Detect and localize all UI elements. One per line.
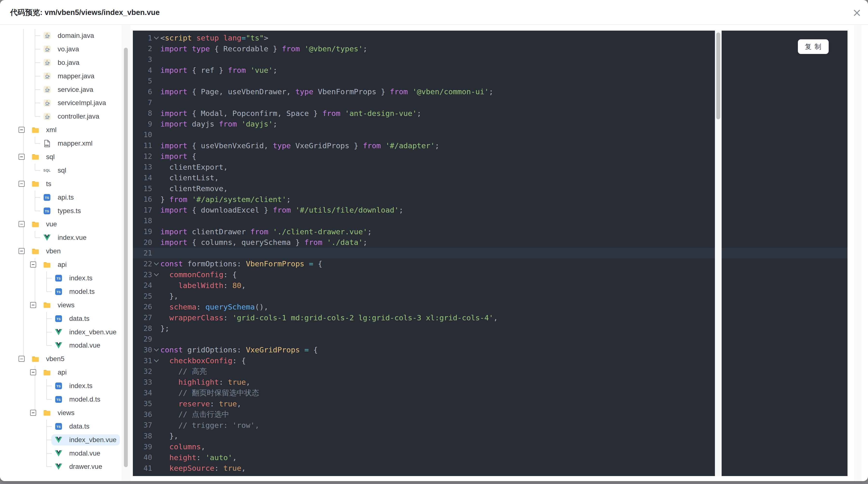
code-text: import dayjs from 'dayjs'; <box>160 120 277 128</box>
tree-item-model-d-ts[interactable]: TSmodel.d.ts <box>0 393 122 406</box>
tree-item-label: vben5 <box>46 352 64 366</box>
line-number: 11 <box>133 141 152 150</box>
line-number: 13 <box>133 163 152 171</box>
ts-file-icon: TS <box>55 288 62 295</box>
tree-item-vue[interactable]: vue <box>0 218 122 231</box>
tree-item-domain-java[interactable]: domain.java <box>0 29 122 42</box>
code-text: columns, <box>160 442 206 451</box>
tree-item-bo-java[interactable]: bo.java <box>0 56 122 69</box>
tree-item-xml[interactable]: xml <box>0 123 122 137</box>
modal-header: 代码预览: vm/vben5/views/index_vben.vue × <box>0 0 868 25</box>
tree-item-vben5[interactable]: vben5 <box>0 352 122 366</box>
tree-item-vben[interactable]: vben <box>0 245 122 258</box>
code-text: clientExport, <box>160 163 228 171</box>
line-number: 4 <box>133 66 152 74</box>
line-number: 17 <box>133 206 152 214</box>
tree-item-sql[interactable]: SQLsql <box>0 164 122 177</box>
line-number: 28 <box>133 324 152 333</box>
tree-connector-tick <box>46 332 52 332</box>
tree-item-views[interactable]: views <box>0 298 122 312</box>
line-number: 5 <box>133 77 152 85</box>
code-line-12: 12import { <box>133 151 847 162</box>
collapse-toggle-icon[interactable] <box>19 221 25 227</box>
line-number: 8 <box>133 109 152 118</box>
ts-file-icon: TS <box>55 315 62 323</box>
tree-item-index-ts[interactable]: TSindex.ts <box>0 271 122 285</box>
code-line-7: 7 <box>133 97 847 108</box>
code-text: // trigger: 'row', <box>160 421 259 429</box>
fold-chevron-icon[interactable] <box>152 37 160 39</box>
tree-indent-guide <box>35 393 35 406</box>
code-scrollbar-thumb[interactable] <box>716 33 720 119</box>
tree-item-ts[interactable]: ts <box>0 177 122 191</box>
code-line-14: 14 clientList, <box>133 172 847 183</box>
tree-item-serviceimpl-java[interactable]: serviceImpl.java <box>0 96 122 110</box>
code-text: // 点击行选中 <box>160 409 229 419</box>
line-number: 39 <box>133 443 152 451</box>
tree-item-label: mapper.xml <box>58 137 93 150</box>
code-scrollbar[interactable] <box>715 31 722 476</box>
fold-chevron-icon[interactable] <box>152 263 160 265</box>
tree-indent-guide <box>23 191 24 204</box>
tree-indent-guide <box>23 298 24 312</box>
tree-connector <box>46 338 47 346</box>
tree-item-label: vben <box>46 245 61 258</box>
code-text: reserve: true, <box>160 399 241 408</box>
tree-item-index-vben-vue[interactable]: index_vben.vue <box>0 325 122 339</box>
tree-item-types-ts[interactable]: TStypes.ts <box>0 204 122 218</box>
tree-item-label: domain.java <box>58 29 94 42</box>
tree-item-model-ts[interactable]: TSmodel.ts <box>0 285 122 298</box>
collapse-toggle-icon[interactable] <box>30 302 36 308</box>
tree-item-api-ts[interactable]: TSapi.ts <box>0 191 122 204</box>
collapse-toggle-icon[interactable] <box>30 369 36 375</box>
tree-item-modal-vue[interactable]: modal.vue <box>0 447 122 460</box>
tree-item-service-java[interactable]: service.java <box>0 83 122 96</box>
collapse-toggle-icon[interactable] <box>19 127 25 133</box>
modal-scrollbar[interactable] <box>855 25 861 481</box>
tree-item-index-vue[interactable]: index.vue <box>0 231 122 245</box>
tree-item-index-vben-vue[interactable]: index_vben.vue <box>0 433 122 447</box>
fold-chevron-icon[interactable] <box>152 349 160 351</box>
collapse-toggle-icon[interactable] <box>19 356 25 362</box>
tree-item-api[interactable]: api <box>0 258 122 271</box>
tree-indent-guide <box>35 271 35 285</box>
tree-scrollbar-thumb[interactable] <box>124 48 128 467</box>
vue-file-icon <box>55 463 62 471</box>
code-text: import { useVbenVxeGrid, type VxeGridPro… <box>160 141 439 150</box>
folder-file-icon <box>43 301 51 309</box>
tree-item-label: sql <box>46 150 55 164</box>
tree-item-api[interactable]: api <box>0 366 122 379</box>
collapse-toggle-icon[interactable] <box>30 261 36 267</box>
svg-text:TS: TS <box>56 290 61 294</box>
tree-item-sql[interactable]: sql <box>0 150 122 164</box>
folder-file-icon <box>32 153 39 161</box>
tree-item-modal-vue[interactable]: modal.vue <box>0 338 122 352</box>
copy-button[interactable]: 复 制 <box>798 39 829 54</box>
tree-item-drawer-vue[interactable]: drawer.vue <box>0 460 122 474</box>
collapse-toggle-icon[interactable] <box>19 181 25 187</box>
tree-item-vo-java[interactable]: vo.java <box>0 42 122 56</box>
line-number: 26 <box>133 302 152 311</box>
fold-chevron-icon[interactable] <box>152 273 160 276</box>
line-number: 3 <box>133 55 152 64</box>
tree-connector-tick <box>35 143 40 144</box>
tree-item-index-ts[interactable]: TSindex.ts <box>0 379 122 393</box>
tree-item-data-ts[interactable]: TSdata.ts <box>0 420 122 433</box>
tree-item-label: modal.vue <box>69 338 100 352</box>
collapse-toggle-icon[interactable] <box>19 248 25 254</box>
collapse-toggle-icon[interactable] <box>19 154 25 160</box>
tree-item-controller-java[interactable]: controller.java <box>0 110 122 123</box>
tree-item-mapper-java[interactable]: mapper.java <box>0 69 122 83</box>
tree-connector <box>35 204 35 211</box>
tree-scrollbar[interactable] <box>122 25 130 481</box>
line-number: 27 <box>133 313 152 322</box>
tree-item-mapper-xml[interactable]: XMLmapper.xml <box>0 137 122 150</box>
tree-item-views[interactable]: views <box>0 406 122 420</box>
fold-chevron-icon[interactable] <box>152 360 160 361</box>
tree-indent-guide <box>23 258 24 271</box>
collapse-toggle-icon[interactable] <box>30 410 36 416</box>
tree-item-data-ts[interactable]: TSdata.ts <box>0 312 122 325</box>
code-text: import type { Recordable } from '@vben/t… <box>160 44 368 53</box>
line-number: 31 <box>133 356 152 365</box>
close-icon[interactable]: × <box>849 0 865 25</box>
